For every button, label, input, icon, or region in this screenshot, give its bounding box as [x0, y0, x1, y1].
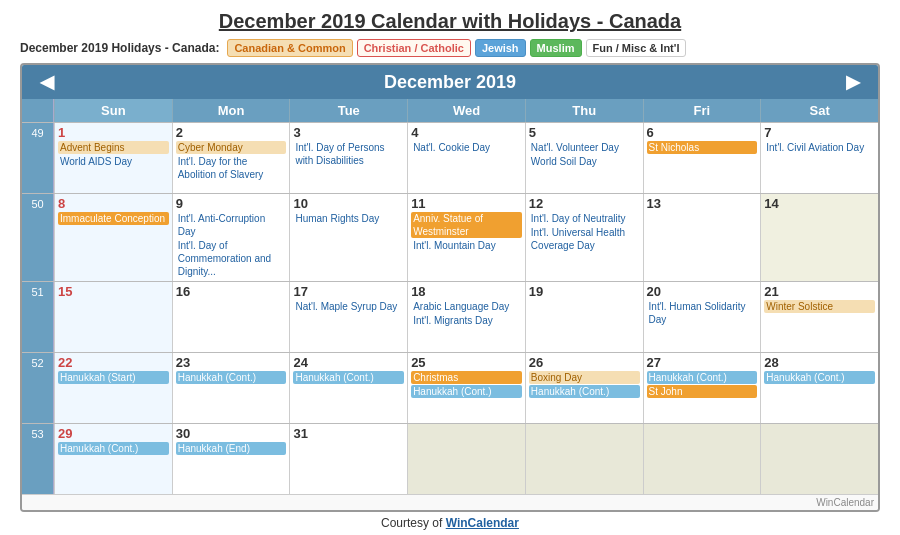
week-50: 50 8 Immaculate Conception 9 Int'l. Anti… [22, 193, 878, 281]
prev-month-button[interactable]: ◀ [34, 71, 60, 93]
event-arabic-language: Arabic Language Day [411, 300, 522, 313]
day-dec-3: 3 Int'l. Day of Persons with Disabilitie… [289, 123, 407, 193]
header-tue: Tue [289, 99, 407, 122]
day-dec-30: 30 Hanukkah (End) [172, 424, 290, 494]
header-fri: Fri [643, 99, 761, 122]
day-dec-23: 23 Hanukkah (Cont.) [172, 353, 290, 423]
day-dec-19: 19 [525, 282, 643, 352]
courtesy-link[interactable]: WinCalendar [446, 516, 519, 530]
badge-jewish[interactable]: Jewish [475, 39, 526, 57]
day-dec-31: 31 [289, 424, 407, 494]
calendar-title: December 2019 [60, 72, 840, 93]
next-month-button[interactable]: ▶ [840, 71, 866, 93]
day-dec-24: 24 Hanukkah (Cont.) [289, 353, 407, 423]
day-number: 31 [293, 426, 404, 441]
day-number: 4 [411, 125, 522, 140]
week-num-header [22, 99, 54, 122]
day-number: 27 [647, 355, 758, 370]
day-dec-12: 12 Int'l. Day of Neutrality Int'l. Unive… [525, 194, 643, 281]
calendar-container: ◀ December 2019 ▶ Sun Mon Tue Wed Thu Fr… [20, 63, 880, 512]
day-number: 16 [176, 284, 287, 299]
badge-christian[interactable]: Christian / Catholic [357, 39, 471, 57]
badge-canadian[interactable]: Canadian & Common [227, 39, 352, 57]
header-sun: Sun [54, 99, 172, 122]
day-number: 6 [647, 125, 758, 140]
day-jan-2 [525, 424, 643, 494]
day-dec-13: 13 [643, 194, 761, 281]
event-hanukkah-cont-28: Hanukkah (Cont.) [764, 371, 875, 384]
day-dec-25: 25 Christmas Hanukkah (Cont.) [407, 353, 525, 423]
event-christmas: Christmas [411, 371, 522, 384]
header-thu: Thu [525, 99, 643, 122]
event-cyber-monday: Cyber Monday [176, 141, 287, 154]
event-human-rights: Human Rights Day [293, 212, 404, 225]
event-intl-day-abolition: Int'l. Day for the Abolition of Slavery [176, 155, 287, 181]
day-dec-28: 28 Hanukkah (Cont.) [760, 353, 878, 423]
day-number: 25 [411, 355, 522, 370]
day-number: 9 [176, 196, 287, 211]
event-maple-syrup: Nat'l. Maple Syrup Day [293, 300, 404, 313]
badge-muslim[interactable]: Muslim [530, 39, 582, 57]
calendar-header: ◀ December 2019 ▶ [22, 65, 878, 99]
event-civil-aviation: Int'l. Civil Aviation Day [764, 141, 875, 154]
day-number: 5 [529, 125, 640, 140]
week-num-53: 53 [22, 424, 54, 494]
week-51: 51 15 16 17 Nat'l. Maple Syrup Day 18 Ar… [22, 281, 878, 352]
courtesy-text: Courtesy of WinCalendar [20, 516, 880, 530]
badge-fun[interactable]: Fun / Misc & Int'l [586, 39, 687, 57]
day-number: 3 [293, 125, 404, 140]
page-title: December 2019 Calendar with Holidays - C… [20, 10, 880, 33]
event-universal-health: Int'l. Universal Health Coverage Day [529, 226, 640, 252]
legend-label: December 2019 Holidays - Canada: [20, 41, 219, 55]
day-number: 23 [176, 355, 287, 370]
day-dec-15: 15 [54, 282, 172, 352]
day-number: 7 [764, 125, 875, 140]
event-hanukkah-start: Hanukkah (Start) [58, 371, 169, 384]
event-immaculate: Immaculate Conception [58, 212, 169, 225]
event-cookie-day: Nat'l. Cookie Day [411, 141, 522, 154]
header-wed: Wed [407, 99, 525, 122]
day-dec-14: 14 [760, 194, 878, 281]
day-dec-22: 22 Hanukkah (Start) [54, 353, 172, 423]
event-boxing-day: Boxing Day [529, 371, 640, 384]
day-dec-26: 26 Boxing Day Hanukkah (Cont.) [525, 353, 643, 423]
event-westminster: Anniv. Statue of Westminster [411, 212, 522, 238]
day-number: 26 [529, 355, 640, 370]
day-number: 29 [58, 426, 169, 441]
event-winter-solstice: Winter Solstice [764, 300, 875, 313]
day-number: 1 [58, 125, 169, 140]
day-number: 12 [529, 196, 640, 211]
header-mon: Mon [172, 99, 290, 122]
event-hanukkah-cont-24: Hanukkah (Cont.) [293, 371, 404, 384]
day-jan-1 [407, 424, 525, 494]
day-dec-4: 4 Nat'l. Cookie Day [407, 123, 525, 193]
event-human-solidarity: Int'l. Human Solidarity Day [647, 300, 758, 326]
day-jan-3 [643, 424, 761, 494]
day-dec-9: 9 Int'l. Anti-Corruption Day Int'l. Day … [172, 194, 290, 281]
event-commemoration: Int'l. Day of Commemoration and Dignity.… [176, 239, 287, 278]
day-dec-20: 20 Int'l. Human Solidarity Day [643, 282, 761, 352]
day-dec-18: 18 Arabic Language Day Int'l. Migrants D… [407, 282, 525, 352]
day-dec-17: 17 Nat'l. Maple Syrup Day [289, 282, 407, 352]
week-53: 53 29 Hanukkah (Cont.) 30 Hanukkah (End)… [22, 423, 878, 494]
day-number: 8 [58, 196, 169, 211]
header-sat: Sat [760, 99, 878, 122]
event-hanukkah-cont-25: Hanukkah (Cont.) [411, 385, 522, 398]
week-num-50: 50 [22, 194, 54, 281]
day-number: 21 [764, 284, 875, 299]
day-number: 22 [58, 355, 169, 370]
event-hanukkah-cont-27: Hanukkah (Cont.) [647, 371, 758, 384]
day-dec-6: 6 St Nicholas [643, 123, 761, 193]
event-volunteer-day: Nat'l. Volunteer Day [529, 141, 640, 154]
day-number: 13 [647, 196, 758, 211]
day-dec-29: 29 Hanukkah (Cont.) [54, 424, 172, 494]
day-dec-27: 27 Hanukkah (Cont.) St John [643, 353, 761, 423]
event-migrants-day: Int'l. Migrants Day [411, 314, 522, 327]
event-advent: Advent Begins [58, 141, 169, 154]
day-number: 24 [293, 355, 404, 370]
week-num-51: 51 [22, 282, 54, 352]
day-dec-2: 2 Cyber Monday Int'l. Day for the Abolit… [172, 123, 290, 193]
day-jan-4 [760, 424, 878, 494]
day-dec-21: 21 Winter Solstice [760, 282, 878, 352]
week-num-52: 52 [22, 353, 54, 423]
